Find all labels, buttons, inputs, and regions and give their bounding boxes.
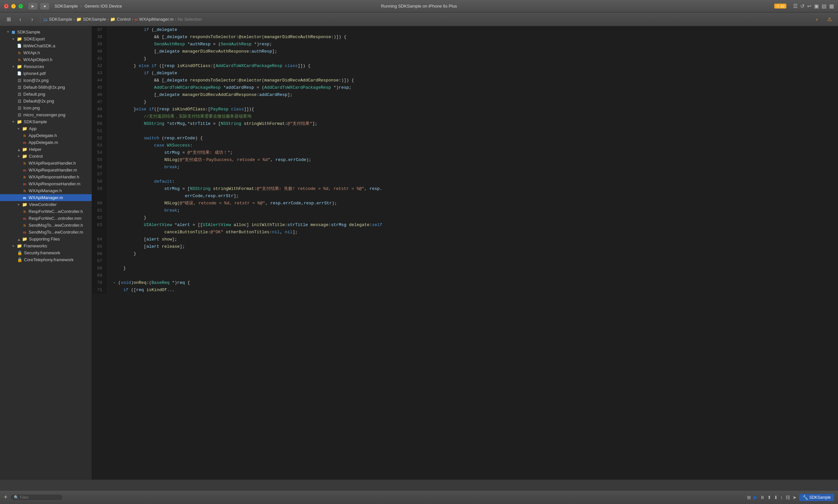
code-line-43: 43 if (_delegate	[92, 70, 838, 77]
sidebar-item-wxapi-h[interactable]: h WXApi.h	[0, 49, 92, 56]
play-button[interactable]: ▶	[28, 3, 37, 10]
line-number: 61	[92, 207, 108, 214]
grid-view-button[interactable]: ⊞	[3, 15, 14, 24]
sidebar-item-respforwec-mm[interactable]: m RespForWeC...ontroller.mm	[0, 215, 92, 222]
line-content: NSLog(@"错误, retcode = %d, retstr = %@", …	[108, 200, 838, 207]
line-content: case WXSuccess:	[108, 142, 838, 149]
sidebar-item-wxapiobject-h[interactable]: h WXApiObject.h	[0, 56, 92, 63]
sidebar-item-wxapi-req-h[interactable]: h WXApiRequestHandler.h	[0, 160, 92, 166]
line-number	[92, 193, 108, 200]
stop-button[interactable]: ■	[40, 3, 49, 10]
close-button[interactable]: ✕	[4, 4, 8, 8]
sidebar-item-wxapi-resp-m[interactable]: m WXApiResponseHandler.m	[0, 180, 92, 187]
next-warning-button[interactable]: ⚠	[824, 15, 835, 24]
line-content: UIAlertView *alert = [[UIAlertView alloc…	[108, 221, 838, 229]
step-up-icon[interactable]: ⬆	[767, 495, 771, 500]
pause-icon[interactable]: ⏸	[760, 495, 765, 500]
app-name: SDKSample	[55, 4, 78, 8]
sidebar-item-icon[interactable]: 🖼 Icon.png	[0, 105, 92, 111]
maximize-button[interactable]: +	[18, 4, 23, 8]
sidebar-item-security-fw[interactable]: 🔒 Security.framework	[0, 249, 92, 256]
line-number: 47	[92, 98, 108, 106]
folder-icon: 📁	[22, 147, 27, 152]
sidebar-item-core-telephony-fw[interactable]: 🔒 CoreTelephony.framework	[0, 256, 92, 263]
step-over-icon[interactable]: ↕	[781, 495, 783, 500]
filter-input[interactable]	[20, 495, 59, 500]
sidebar-item-icon2x[interactable]: 🖼 Icon@2x.png	[0, 77, 92, 84]
line-content: if (_delegate	[108, 26, 838, 34]
sidebar-item-libwechatsdk[interactable]: 📄 libWeChatSDK.a	[0, 42, 92, 49]
sidebar-item-default2x[interactable]: 🖼 Default@2x.png	[0, 97, 92, 105]
add-file-button[interactable]: +	[4, 494, 7, 501]
folder-icon: 📁	[17, 64, 22, 69]
code-line-38: 38 && [_delegate respondsToSelector:@sel…	[92, 34, 838, 41]
sidebar-item-resources[interactable]: ▼ 📁 Resources	[0, 63, 92, 70]
breadcrumb-file[interactable]: WXApiManager.m	[139, 17, 174, 22]
sidebar-item-label: RespForWeC...ontroller.mm	[29, 216, 82, 221]
sidebar-item-sendmsgto-h[interactable]: h SendMsgTo...iewController.h	[0, 222, 92, 229]
breadcrumb-sdksample[interactable]: SDKSample	[49, 17, 72, 22]
sidebar-item-sdkexport[interactable]: ▼ 📁 SDKExport	[0, 35, 92, 42]
panel-toggle-icon[interactable]: ☰	[793, 3, 798, 9]
sidebar-item-wxapi-req-m[interactable]: m WXApiRequestHandler.m	[0, 166, 92, 174]
sidebar-item-label: WXApi.h	[23, 50, 40, 55]
code-editor[interactable]: 37 if (_delegate 38 && [_delegate respon…	[92, 26, 838, 480]
sidebar-item-appdelegate-m[interactable]: m AppDelegate.m	[0, 139, 92, 146]
back-nav-button[interactable]: ‹	[15, 15, 25, 24]
prev-warning-button[interactable]: ‹	[812, 15, 822, 24]
sidebar-item-default568[interactable]: 🖼 Default-568h@2x.png	[0, 84, 92, 91]
breadcrumb-control[interactable]: Control	[117, 17, 130, 22]
minimize-button[interactable]: −	[11, 4, 16, 8]
layout2-icon[interactable]: ▤	[822, 3, 826, 9]
sidebar-item-supporting-files[interactable]: ▶ 📁 Supporting Files	[0, 236, 92, 242]
sidebar-item-appdelegate-h[interactable]: h AppDelegate.h	[0, 132, 92, 139]
line-number: 69	[92, 272, 108, 279]
sidebar-item-micro-messenger[interactable]: 🖼 micro_messenger.png	[0, 111, 92, 118]
step-down-icon[interactable]: ⬇	[774, 495, 778, 500]
scheme-button[interactable]: 🔧 SDKSample	[799, 494, 834, 501]
arrow-icon[interactable]: ➤	[792, 495, 797, 500]
sidebar-item-app[interactable]: ▼ 📁 App	[0, 125, 92, 132]
sidebar-item-helper[interactable]: ▶ 📁 Helper	[0, 146, 92, 153]
sidebar-item-label: WXApiResponseHandler.h	[29, 175, 79, 179]
chain-icon[interactable]: ⛓	[785, 495, 790, 500]
sidebar-item-label: Control	[29, 154, 43, 159]
back-icon[interactable]: ↩	[807, 3, 812, 9]
warning-badge[interactable]: ⚠ 10	[774, 4, 786, 8]
sidebar-item-sdksample-root[interactable]: ▼ ◼ SDKSample	[0, 28, 92, 35]
breadcrumb-sdksample2[interactable]: SDKSample	[83, 17, 106, 22]
line-content: }	[108, 214, 838, 221]
refresh-icon[interactable]: ↺	[800, 3, 804, 9]
sidebar-item-respforwec-h[interactable]: h RespForWeC...wController.h	[0, 208, 92, 215]
play-icon[interactable]: ▶	[753, 494, 757, 500]
sidebar-item-label: Default@2x.png	[23, 98, 54, 104]
grid-icon[interactable]: ⊞	[747, 495, 751, 500]
sidebar-item-iphone4[interactable]: 📄 iphone4.pdf	[0, 70, 92, 77]
sidebar-item-label: AppDelegate.h	[29, 133, 57, 138]
sidebar-item-sendmsgto-m[interactable]: m SendMsgTo...ewController.m	[0, 229, 92, 236]
sidebar-item-default[interactable]: 🖼 Default.png	[0, 91, 92, 97]
code-line-64: 64 [alert show];	[92, 236, 838, 243]
folder-icon: 📁	[22, 202, 27, 207]
sidebar-item-viewcontroller[interactable]: ▼ 📁 ViewController	[0, 201, 92, 208]
layout-icon[interactable]: ▣	[814, 3, 819, 9]
line-content: } else if ([resp isKindOfClass:[AddCardT…	[108, 62, 838, 70]
code-line-54: 54 strMsg = @"支付结果: 成功！";	[92, 149, 838, 156]
sidebar-item-control[interactable]: ▼ 📁 Control	[0, 153, 92, 160]
layout3-icon[interactable]: ▦	[829, 3, 834, 9]
line-content: [_delegate managerDidRecvAuthResponse:au…	[108, 48, 838, 55]
line-number: 59	[92, 185, 108, 193]
sidebar-item-wxapi-resp-h[interactable]: h WXApiResponseHandler.h	[0, 174, 92, 180]
sidebar-item-frameworks[interactable]: ▼ 📁 Frameworks	[0, 242, 92, 249]
forward-nav-button[interactable]: ›	[27, 15, 37, 24]
folder-icon: 📁	[17, 119, 22, 124]
sidebar-item-label: libWeChatSDK.a	[23, 43, 55, 48]
line-number: 57	[92, 171, 108, 178]
sidebar-item-sdksample-group[interactable]: ▼ 📁 SDKSample	[0, 118, 92, 125]
sidebar-item-wxapimanager-h[interactable]: h WXApiManager.h	[0, 187, 92, 194]
sdk-icon: 🔧	[803, 495, 808, 500]
folder-icon: 📁	[22, 126, 27, 131]
sidebar-item-wxapimanager-m[interactable]: m WXApiManager.m	[0, 194, 92, 201]
code-line-44: 44 && [_delegate respondsToSelector:@sel…	[92, 77, 838, 84]
line-content: break;	[108, 164, 838, 171]
